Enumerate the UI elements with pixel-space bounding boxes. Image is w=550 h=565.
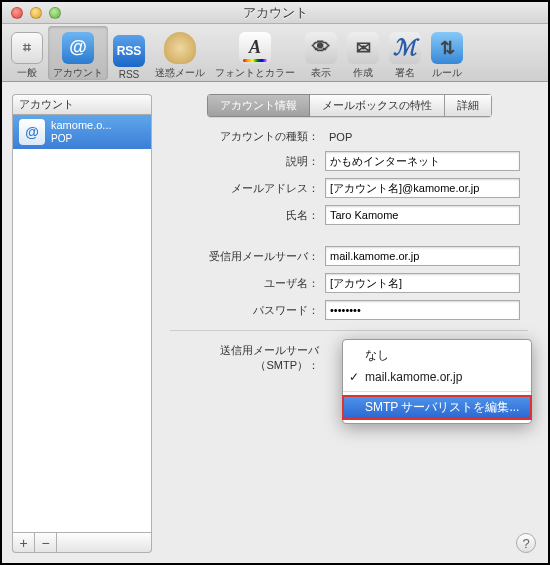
smtp-label: 送信用メールサーバ（SMTP）：	[170, 343, 325, 373]
sidebar-header: アカウント	[12, 94, 152, 115]
content-area: アカウント @ kamome.o... POP + − アカウント情報	[2, 84, 548, 563]
rules-icon: ⇅	[431, 32, 463, 64]
password-label: パスワード：	[170, 303, 325, 318]
compose-icon: ✉	[347, 32, 379, 64]
description-label: 説明：	[170, 154, 325, 169]
toolbar-signatures[interactable]: ℳ 署名	[384, 26, 426, 80]
smtp-dropdown-menu[interactable]: なし mail.kamome.or.jp SMTP サーバリストを編集...	[342, 339, 532, 424]
preferences-window: アカウント ⌗ 一般 @ アカウント RSS RSS 迷惑メール A フォントと…	[0, 0, 550, 565]
toolbar-rules[interactable]: ⇅ ルール	[426, 26, 468, 80]
email-label: メールアドレス：	[170, 181, 325, 196]
account-form: アカウントの種類： POP 説明： メールアドレス： 氏名： 受信用メー	[160, 129, 538, 373]
tab-advanced[interactable]: 詳細	[445, 94, 492, 117]
switch-icon: ⌗	[11, 32, 43, 64]
smtp-option-server[interactable]: mail.kamome.or.jp	[343, 367, 531, 387]
account-type: POP	[51, 133, 112, 145]
toolbar-accounts[interactable]: @ アカウント	[48, 26, 108, 80]
incoming-server-input[interactable]	[325, 246, 520, 266]
account-item-kamome[interactable]: @ kamome.o... POP	[13, 115, 151, 149]
junk-icon	[164, 32, 196, 64]
rss-icon: RSS	[113, 35, 145, 67]
add-account-button[interactable]: +	[13, 533, 35, 552]
username-label: ユーザ名：	[170, 276, 325, 291]
toolbar-viewing[interactable]: 👁 表示	[300, 26, 342, 80]
incoming-server-label: 受信用メールサーバ：	[170, 249, 325, 264]
signature-icon: ℳ	[389, 32, 421, 64]
help-button[interactable]: ?	[516, 533, 536, 553]
sidebar-buttons: + −	[12, 533, 152, 553]
toolbar-fonts[interactable]: A フォントとカラー	[210, 26, 300, 80]
account-name: kamome.o...	[51, 119, 112, 132]
accounts-list[interactable]: @ kamome.o... POP	[12, 115, 152, 533]
fullname-label: 氏名：	[170, 208, 325, 223]
account-at-icon: @	[19, 119, 45, 145]
account-type-label: アカウントの種類：	[170, 129, 325, 144]
username-input[interactable]	[325, 273, 520, 293]
password-input[interactable]	[325, 300, 520, 320]
at-icon: @	[62, 32, 94, 64]
toolbar: ⌗ 一般 @ アカウント RSS RSS 迷惑メール A フォントとカラー 👁 …	[2, 24, 548, 82]
tab-mailbox-behaviors[interactable]: メールボックスの特性	[310, 94, 445, 117]
divider	[170, 330, 528, 331]
toolbar-general[interactable]: ⌗ 一般	[6, 26, 48, 80]
window-title: アカウント	[2, 4, 548, 22]
main-panel: アカウント情報 メールボックスの特性 詳細 アカウントの種類： POP 説明： …	[160, 94, 538, 553]
account-type-value: POP	[325, 131, 352, 143]
toolbar-rss[interactable]: RSS RSS	[108, 26, 150, 80]
tabs: アカウント情報 メールボックスの特性 詳細	[160, 94, 538, 117]
menu-separator	[343, 391, 531, 392]
toolbar-junk[interactable]: 迷惑メール	[150, 26, 210, 80]
tab-account-info[interactable]: アカウント情報	[207, 94, 310, 117]
font-icon: A	[239, 32, 271, 64]
smtp-option-edit-list[interactable]: SMTP サーバリストを編集...	[343, 396, 531, 419]
remove-account-button[interactable]: −	[35, 533, 57, 552]
titlebar: アカウント	[2, 2, 548, 24]
view-icon: 👁	[305, 32, 337, 64]
toolbar-composing[interactable]: ✉ 作成	[342, 26, 384, 80]
email-input[interactable]	[325, 178, 520, 198]
smtp-option-none[interactable]: なし	[343, 344, 531, 367]
fullname-input[interactable]	[325, 205, 520, 225]
description-input[interactable]	[325, 151, 520, 171]
accounts-sidebar: アカウント @ kamome.o... POP + −	[12, 94, 152, 553]
